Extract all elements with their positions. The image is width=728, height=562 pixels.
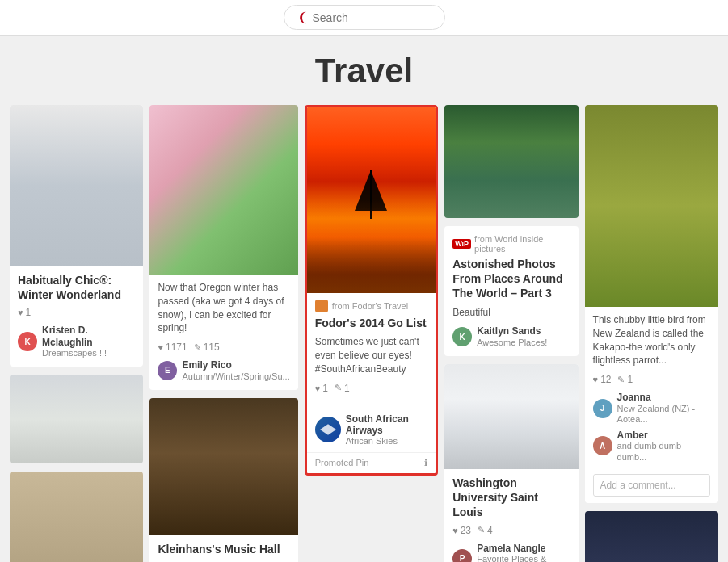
pinner-sub: New Zealand (NZ) - Aotea... (617, 404, 710, 425)
pinterest-icon: ❨ (297, 10, 308, 25)
like-count: 1 (322, 383, 328, 394)
comment-icon: ✎ (335, 383, 342, 393)
advertiser-sub: African Skies (346, 436, 427, 446)
tree-silhouette (370, 170, 372, 219)
tree-top (355, 170, 387, 211)
column-3: from Fodor's Travel Fodor's 2014 Go List… (301, 105, 441, 562)
comment-stat: ✎ 115 (194, 342, 220, 353)
avatar: A (593, 436, 612, 455)
airline-logo-icon (320, 424, 336, 435)
pinner-name: Kaitlyn Sands (477, 325, 547, 337)
pin-image-snowy (444, 364, 578, 469)
avatar: J (593, 399, 612, 418)
pin-source-row: WiP from World inside pictures (452, 234, 570, 254)
pinner-info: Pamela Nangle Favorite Places & Spaces (477, 543, 570, 563)
pin-stats: ♥ 1171 ✎ 115 (158, 342, 289, 353)
like-count: 1 (26, 307, 32, 318)
pin-pinner-joanna: J Joanna New Zealand (NZ) - Aotea... (593, 392, 710, 425)
pinner-name: Pamela Nangle (477, 543, 570, 554)
advertiser-logo (315, 417, 341, 442)
pin-stats: ♥ 12 ✎ 1 (593, 374, 710, 385)
like-stat: ♥ 1 (315, 383, 328, 394)
page-title: Travel (0, 52, 728, 90)
comment-count: 1 (344, 383, 350, 394)
pinner-sub: Awesome Places! (477, 338, 547, 348)
wip-badge: WiP (452, 239, 471, 249)
advertiser-name: South African Airways (346, 413, 427, 436)
advertiser-row: South African Airways African Skies (307, 409, 436, 452)
comment-icon: ✎ (478, 525, 485, 535)
avatar: K (18, 332, 37, 351)
pinner-sub: Autumn/Winter/Spring/Su... (182, 371, 289, 382)
pinner-info: Emily Rico Autumn/Winter/Spring/Su... (182, 359, 289, 382)
heart-icon: ♥ (18, 308, 23, 317)
pin-card[interactable]: WiP from World inside pictures Astonishe… (444, 226, 578, 356)
pin-image-stormy (585, 511, 718, 562)
pinner-name: Joanna (617, 392, 710, 403)
pin-card[interactable] (444, 105, 578, 218)
like-count: 23 (461, 525, 471, 536)
comment-icon: ✎ (617, 375, 625, 385)
pin-card[interactable]: i feel like ive been here in my dreams b… (10, 472, 143, 562)
pin-image-building (10, 472, 143, 562)
pinner-sub: Dreamscapes !!! (42, 348, 135, 359)
pinner-info: Joanna New Zealand (NZ) - Aotea... (617, 392, 710, 425)
like-count: 1171 (166, 342, 187, 353)
pin-pinner-amber: A Amber and dumb dumb dumb... (593, 430, 710, 463)
advertiser-info: South African Airways African Skies (346, 413, 427, 446)
pinner-name: Amber (617, 430, 710, 441)
comment-count: 4 (487, 525, 493, 536)
pin-card[interactable] (10, 375, 143, 463)
pin-card[interactable]: Now that Oregon winter has passed (aka w… (149, 105, 297, 390)
promoted-label: Promoted Pin (315, 458, 369, 468)
pin-image-sunset (307, 107, 436, 293)
pin-title: Kleinhans's Music Hall (158, 542, 289, 556)
pinner-info: Amber and dumb dumb dumb... (617, 430, 710, 463)
search-bar[interactable]: ❨ (284, 5, 445, 30)
column-4: WiP from World inside pictures Astonishe… (441, 105, 581, 562)
pin-desc: This chubby little bird from New Zealand… (593, 313, 710, 367)
heart-icon: ♥ (452, 526, 458, 535)
pin-desc: Sometimes we just can't even believe our… (315, 335, 427, 375)
promoted-row: Promoted Pin ℹ (307, 452, 436, 473)
pinner-sub: Favorite Places & Spaces (477, 554, 570, 562)
pin-source: from Fodor's Travel (332, 301, 408, 311)
pin-pinner: K Kaitlyn Sands Awesome Places! (452, 325, 570, 348)
comment-stat: ✎ 1 (335, 383, 350, 394)
pin-title: Habitually Chic®: Winter Wonderland (18, 273, 135, 302)
column-2: Now that Oregon winter has passed (aka w… (146, 105, 301, 562)
pin-title: Astonished Photos From Places Around The… (452, 257, 570, 301)
pin-image-winter (10, 105, 143, 266)
comment-count: 1 (627, 374, 633, 385)
heart-icon: ♥ (158, 342, 163, 352)
column-5: This chubby little bird from New Zealand… (582, 105, 722, 562)
source-thumb (315, 300, 328, 312)
pinner-sub: and dumb dumb dumb... (617, 441, 710, 462)
pin-card[interactable]: This chubby little bird from New Zealand… (585, 105, 718, 503)
pin-stats: ♥ 23 ✎ 4 (452, 525, 570, 536)
like-stat: ♥ 12 (593, 374, 612, 385)
pin-title: Fodor's 2014 Go List (315, 316, 427, 330)
pin-card[interactable]: Washington University Saint Louis ♥ 23 ✎… (444, 364, 578, 562)
pin-card-highlighted[interactable]: from Fodor's Travel Fodor's 2014 Go List… (305, 105, 438, 476)
pin-desc: Beautiful (452, 306, 570, 320)
pin-stats: ♥ 1 ✎ 1 (315, 383, 427, 394)
search-input[interactable] (313, 11, 426, 24)
comment-input[interactable]: Add a comment... (593, 474, 710, 497)
pin-image-parrot (585, 105, 718, 307)
like-stat: ♥ 1 (18, 307, 31, 318)
pinner-info: Kristen D. Mclaughlin Dreamscapes !!! (42, 325, 135, 359)
pinner-name: Kristen D. Mclaughlin (42, 325, 135, 348)
pin-pinner: P Pamela Nangle Favorite Places & Spaces (452, 543, 570, 563)
pin-title: Washington University Saint Louis (452, 476, 570, 520)
pin-source-row: from Fodor's Travel (315, 300, 427, 312)
pin-card[interactable]: Kleinhans's Music Hall ♥ 2 R Rose Salley… (149, 398, 297, 562)
pinner-info: Kaitlyn Sands Awesome Places! (477, 325, 547, 348)
pin-image-forest (10, 375, 143, 463)
avatar: E (158, 361, 177, 380)
pin-card[interactable]: Habitually Chic®: Winter Wonderland ♥ 1 … (10, 105, 143, 367)
promoted-icon: ℹ (424, 458, 427, 468)
pin-pinner: K Kristen D. Mclaughlin Dreamscapes !!! (18, 325, 135, 359)
source-text: from World inside pictures (474, 234, 570, 254)
pin-card[interactable] (585, 511, 718, 562)
